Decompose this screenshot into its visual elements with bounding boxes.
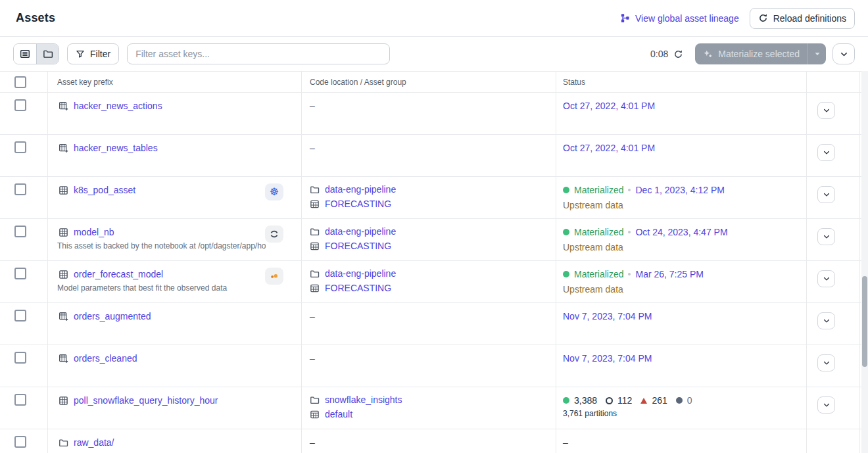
assets-page: Assets View global asset lineage Reload …: [0, 0, 868, 453]
row-checkbox[interactable]: [14, 226, 26, 237]
reload-definitions-button[interactable]: Reload definitions: [750, 8, 855, 29]
chevron-down-icon: [823, 359, 831, 367]
asset-name-link[interactable]: orders_augmented: [74, 311, 151, 322]
row-checkbox[interactable]: [14, 436, 26, 448]
reload-definitions-label: Reload definitions: [773, 13, 846, 24]
select-all-checkbox[interactable]: [14, 76, 26, 88]
materialization-date-link[interactable]: Oct 27, 2022, 4:01 PM: [563, 143, 655, 153]
partition-count-value: 0: [687, 395, 692, 406]
asset-filter-input[interactable]: [127, 43, 390, 64]
asset-name-link[interactable]: k8s_pod_asset: [74, 185, 135, 195]
asset-description: Model parameters that best fit the obser…: [57, 283, 266, 293]
scrollbar-thumb[interactable]: [862, 276, 867, 367]
code-location-link[interactable]: data-eng-pipeline: [325, 268, 396, 279]
header-actions: View global asset lineage Reload definit…: [620, 8, 855, 29]
materialized-label: Materialized: [574, 269, 623, 279]
row-checkbox[interactable]: [14, 99, 26, 111]
filter-button[interactable]: Filter: [67, 43, 119, 64]
dot-green-marker: [563, 229, 569, 235]
row-expand-button[interactable]: [817, 354, 835, 371]
upstream-data-link[interactable]: Upstream data: [563, 242, 623, 252]
partition-count-value: 261: [652, 395, 667, 406]
table-row: poll_snowflake_query_history_hour snowfl…: [0, 387, 868, 429]
dot-green-marker: [563, 187, 569, 193]
materialize-options-button[interactable]: [808, 43, 826, 64]
kubernetes-badge: ☸: [265, 183, 283, 201]
refresh-icon[interactable]: [673, 49, 683, 59]
asset-group-icon: [59, 312, 68, 322]
asset-group-link[interactable]: FORECASTING: [325, 199, 391, 209]
table-row: order_forecast_model Model parameters th…: [0, 261, 868, 303]
table-row: hacker_news_actions – Oct 27, 2022, 4:01…: [0, 93, 868, 135]
table-row: k8s_pod_asset ☸ data-eng-pipelineFORECAS…: [0, 177, 868, 219]
row-expand-button[interactable]: [817, 312, 835, 329]
empty-value: –: [310, 353, 315, 364]
page-header: Assets View global asset lineage Reload …: [0, 0, 868, 37]
asset-name-link[interactable]: hacker_news_tables: [74, 143, 158, 153]
code-location-link[interactable]: data-eng-pipeline: [325, 226, 396, 237]
code-location-link[interactable]: snowflake_insights: [325, 394, 402, 405]
materialization-date-link[interactable]: Nov 7, 2023, 7:04 PM: [563, 353, 652, 364]
materialize-selected-button[interactable]: Materialize selected: [695, 43, 808, 64]
caret-down-icon: [814, 51, 821, 57]
asset-name-link[interactable]: orders_cleaned: [74, 353, 137, 364]
refresh-icon: [758, 13, 768, 23]
folder-view-toggle[interactable]: [36, 44, 59, 64]
asset-name-link[interactable]: order_forecast_model: [74, 269, 163, 279]
materialized-label: Materialized: [574, 185, 623, 195]
column-header-actions: [806, 72, 860, 92]
chevron-down-icon: [823, 401, 831, 409]
materialization-date-link[interactable]: Oct 24, 2023, 4:47 PM: [635, 227, 727, 237]
materialization-date-link[interactable]: Dec 1, 2023, 4:12 PM: [635, 185, 724, 195]
row-expand-button[interactable]: [817, 102, 835, 119]
row-expand-button[interactable]: [817, 396, 835, 414]
row-expand-button[interactable]: [817, 144, 835, 161]
empty-value: –: [310, 101, 315, 111]
vertical-scrollbar[interactable]: [861, 71, 868, 453]
row-expand-button[interactable]: [817, 228, 835, 245]
table-icon: [59, 396, 68, 406]
asset-group-link[interactable]: FORECASTING: [325, 241, 391, 251]
asset-group-link[interactable]: default: [325, 409, 352, 419]
row-checkbox[interactable]: [14, 352, 26, 364]
partition-count-value: 112: [617, 395, 632, 406]
asset-name-link[interactable]: hacker_news_actions: [74, 101, 162, 111]
row-checkbox[interactable]: [14, 394, 26, 406]
funnel-icon: [76, 49, 85, 59]
asset-name-link[interactable]: model_nb: [74, 227, 114, 237]
materialization-date-link[interactable]: Mar 26, 7:25 PM: [635, 269, 704, 279]
view-global-asset-lineage-link[interactable]: View global asset lineage: [620, 13, 739, 24]
row-expand-button[interactable]: [817, 270, 835, 287]
code-location-link[interactable]: data-eng-pipeline: [325, 184, 396, 195]
row-checkbox[interactable]: [14, 141, 26, 153]
upstream-data-link[interactable]: Upstream data: [563, 200, 623, 210]
empty-value: –: [310, 311, 315, 322]
asset-description: This asset is backed by the notebook at …: [57, 241, 266, 250]
empty-value: –: [563, 437, 568, 448]
materialization-date-link[interactable]: Nov 7, 2023, 7:04 PM: [563, 311, 652, 322]
toolbar-more-button[interactable]: [832, 43, 855, 64]
asset-name-link[interactable]: raw_data/: [74, 437, 114, 448]
asset-name-link[interactable]: poll_snowflake_query_history_hour: [74, 395, 218, 406]
row-checkbox[interactable]: [14, 268, 26, 279]
chevron-down-icon: [823, 191, 831, 199]
assets-table: Asset key prefix Code location / Asset g…: [0, 71, 868, 453]
folder-icon: [310, 395, 320, 405]
column-header-status: Status: [556, 72, 806, 92]
asset-group-link[interactable]: FORECASTING: [325, 283, 391, 293]
list-view-toggle[interactable]: [14, 44, 36, 64]
row-checkbox[interactable]: [14, 310, 26, 322]
asset-group-icon: [310, 199, 320, 209]
row-checkbox[interactable]: [14, 183, 26, 195]
view-toggle: [13, 43, 59, 64]
materialization-date-link[interactable]: Oct 27, 2022, 4:01 PM: [563, 101, 655, 111]
upstream-data-link[interactable]: Upstream data: [563, 284, 623, 295]
refresh-countdown: 0:08: [650, 49, 668, 59]
column-header-asset-key-prefix[interactable]: Asset key prefix: [47, 72, 301, 92]
page-title: Assets: [16, 11, 55, 25]
row-expand-button[interactable]: [817, 186, 835, 203]
asset-group-icon: [310, 410, 320, 419]
folder-icon: [310, 227, 320, 237]
materialize-group: Materialize selected: [695, 43, 826, 64]
dot-green-marker: [563, 271, 569, 277]
